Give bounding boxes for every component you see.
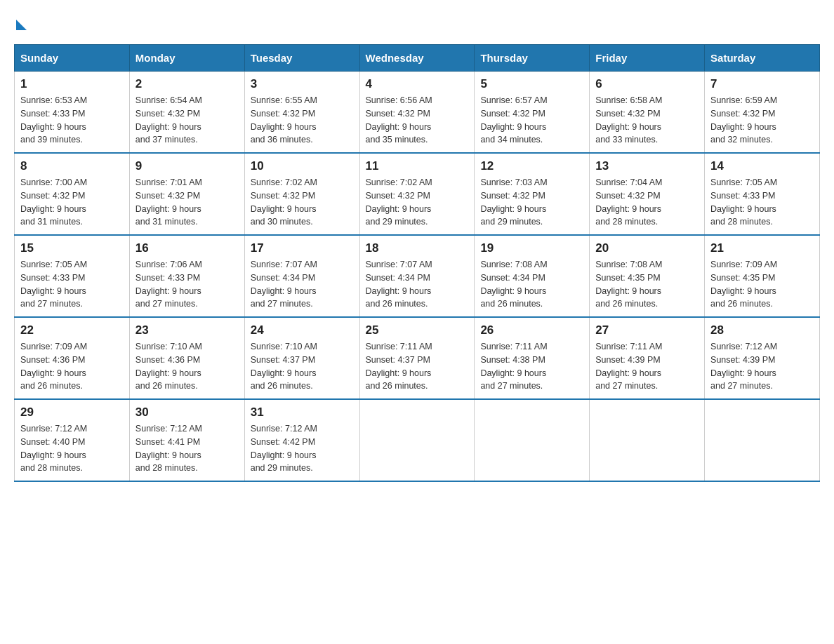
calendar-cell: 29 Sunrise: 7:12 AM Sunset: 4:40 PM Dayl… xyxy=(15,399,130,481)
day-number: 4 xyxy=(366,77,469,91)
calendar-week-row: 29 Sunrise: 7:12 AM Sunset: 4:40 PM Dayl… xyxy=(15,399,820,481)
day-info: Sunrise: 7:12 AM Sunset: 4:41 PM Dayligh… xyxy=(135,422,239,475)
day-number: 26 xyxy=(480,323,583,337)
day-info: Sunrise: 7:12 AM Sunset: 4:42 PM Dayligh… xyxy=(251,422,354,475)
day-number: 11 xyxy=(366,159,469,173)
day-number: 5 xyxy=(480,77,583,91)
calendar-cell: 14 Sunrise: 7:05 AM Sunset: 4:33 PM Dayl… xyxy=(705,153,820,235)
day-info: Sunrise: 7:10 AM Sunset: 4:37 PM Dayligh… xyxy=(251,340,354,393)
day-info: Sunrise: 7:08 AM Sunset: 4:35 PM Dayligh… xyxy=(595,258,699,311)
calendar-header: SundayMondayTuesdayWednesdayThursdayFrid… xyxy=(15,45,820,72)
day-info: Sunrise: 6:55 AM Sunset: 4:32 PM Dayligh… xyxy=(251,94,354,147)
day-number: 20 xyxy=(595,241,699,255)
day-info: Sunrise: 7:03 AM Sunset: 4:32 PM Dayligh… xyxy=(480,176,583,229)
day-info: Sunrise: 7:00 AM Sunset: 4:32 PM Dayligh… xyxy=(20,176,124,229)
day-info: Sunrise: 7:05 AM Sunset: 4:33 PM Dayligh… xyxy=(710,176,814,229)
day-of-week-header: Sunday xyxy=(15,45,130,72)
day-number: 17 xyxy=(251,241,354,255)
day-info: Sunrise: 7:02 AM Sunset: 4:32 PM Dayligh… xyxy=(251,176,354,229)
calendar-cell: 20 Sunrise: 7:08 AM Sunset: 4:35 PM Dayl… xyxy=(590,235,705,317)
page-header xyxy=(14,14,820,30)
calendar-cell: 13 Sunrise: 7:04 AM Sunset: 4:32 PM Dayl… xyxy=(590,153,705,235)
day-number: 9 xyxy=(135,159,239,173)
calendar-cell: 10 Sunrise: 7:02 AM Sunset: 4:32 PM Dayl… xyxy=(244,153,359,235)
day-number: 2 xyxy=(135,77,239,91)
day-number: 25 xyxy=(366,323,469,337)
day-info: Sunrise: 6:57 AM Sunset: 4:32 PM Dayligh… xyxy=(480,94,583,147)
calendar-cell: 23 Sunrise: 7:10 AM Sunset: 4:36 PM Dayl… xyxy=(129,317,244,399)
day-info: Sunrise: 7:01 AM Sunset: 4:32 PM Dayligh… xyxy=(135,176,239,229)
day-number: 13 xyxy=(595,159,699,173)
day-number: 14 xyxy=(710,159,814,173)
day-info: Sunrise: 7:06 AM Sunset: 4:33 PM Dayligh… xyxy=(135,258,239,311)
day-info: Sunrise: 7:02 AM Sunset: 4:32 PM Dayligh… xyxy=(366,176,469,229)
calendar-cell: 16 Sunrise: 7:06 AM Sunset: 4:33 PM Dayl… xyxy=(129,235,244,317)
day-info: Sunrise: 7:11 AM Sunset: 4:38 PM Dayligh… xyxy=(480,340,583,393)
day-number: 31 xyxy=(251,405,354,420)
day-number: 30 xyxy=(135,405,239,420)
calendar-cell: 7 Sunrise: 6:59 AM Sunset: 4:32 PM Dayli… xyxy=(705,72,820,154)
calendar-cell: 19 Sunrise: 7:08 AM Sunset: 4:34 PM Dayl… xyxy=(475,235,590,317)
calendar-cell: 8 Sunrise: 7:00 AM Sunset: 4:32 PM Dayli… xyxy=(15,153,130,235)
calendar-cell: 9 Sunrise: 7:01 AM Sunset: 4:32 PM Dayli… xyxy=(129,153,244,235)
days-of-week-row: SundayMondayTuesdayWednesdayThursdayFrid… xyxy=(15,45,820,72)
day-number: 18 xyxy=(366,241,469,255)
day-info: Sunrise: 7:07 AM Sunset: 4:34 PM Dayligh… xyxy=(366,258,469,311)
calendar-cell: 22 Sunrise: 7:09 AM Sunset: 4:36 PM Dayl… xyxy=(15,317,130,399)
day-number: 6 xyxy=(595,77,699,91)
day-info: Sunrise: 7:09 AM Sunset: 4:36 PM Dayligh… xyxy=(20,340,124,393)
calendar-cell xyxy=(475,399,590,481)
calendar-cell xyxy=(705,399,820,481)
calendar-cell: 31 Sunrise: 7:12 AM Sunset: 4:42 PM Dayl… xyxy=(244,399,359,481)
day-of-week-header: Monday xyxy=(129,45,244,72)
day-info: Sunrise: 7:12 AM Sunset: 4:39 PM Dayligh… xyxy=(710,340,814,393)
day-of-week-header: Wednesday xyxy=(359,45,475,72)
logo xyxy=(14,14,27,30)
calendar-week-row: 22 Sunrise: 7:09 AM Sunset: 4:36 PM Dayl… xyxy=(15,317,820,399)
day-of-week-header: Saturday xyxy=(705,45,820,72)
day-of-week-header: Thursday xyxy=(475,45,590,72)
day-number: 12 xyxy=(480,159,583,173)
calendar-body: 1 Sunrise: 6:53 AM Sunset: 4:33 PM Dayli… xyxy=(15,72,820,482)
calendar-cell: 25 Sunrise: 7:11 AM Sunset: 4:37 PM Dayl… xyxy=(359,317,475,399)
calendar-cell: 1 Sunrise: 6:53 AM Sunset: 4:33 PM Dayli… xyxy=(15,72,130,154)
day-info: Sunrise: 7:04 AM Sunset: 4:32 PM Dayligh… xyxy=(595,176,699,229)
day-number: 29 xyxy=(20,405,124,420)
day-info: Sunrise: 7:09 AM Sunset: 4:35 PM Dayligh… xyxy=(710,258,814,311)
calendar-cell: 17 Sunrise: 7:07 AM Sunset: 4:34 PM Dayl… xyxy=(244,235,359,317)
day-number: 3 xyxy=(251,77,354,91)
day-info: Sunrise: 6:56 AM Sunset: 4:32 PM Dayligh… xyxy=(366,94,469,147)
calendar-week-row: 8 Sunrise: 7:00 AM Sunset: 4:32 PM Dayli… xyxy=(15,153,820,235)
calendar-week-row: 15 Sunrise: 7:05 AM Sunset: 4:33 PM Dayl… xyxy=(15,235,820,317)
day-info: Sunrise: 7:11 AM Sunset: 4:37 PM Dayligh… xyxy=(366,340,469,393)
calendar-cell: 5 Sunrise: 6:57 AM Sunset: 4:32 PM Dayli… xyxy=(475,72,590,154)
day-number: 24 xyxy=(251,323,354,337)
day-number: 15 xyxy=(20,241,124,255)
day-number: 16 xyxy=(135,241,239,255)
day-info: Sunrise: 7:05 AM Sunset: 4:33 PM Dayligh… xyxy=(20,258,124,311)
day-info: Sunrise: 7:07 AM Sunset: 4:34 PM Dayligh… xyxy=(251,258,354,311)
calendar-table: SundayMondayTuesdayWednesdayThursdayFrid… xyxy=(14,44,820,482)
calendar-cell: 24 Sunrise: 7:10 AM Sunset: 4:37 PM Dayl… xyxy=(244,317,359,399)
day-number: 27 xyxy=(595,323,699,337)
calendar-cell: 28 Sunrise: 7:12 AM Sunset: 4:39 PM Dayl… xyxy=(705,317,820,399)
day-number: 8 xyxy=(20,159,124,173)
day-info: Sunrise: 6:58 AM Sunset: 4:32 PM Dayligh… xyxy=(595,94,699,147)
day-info: Sunrise: 7:10 AM Sunset: 4:36 PM Dayligh… xyxy=(135,340,239,393)
day-number: 23 xyxy=(135,323,239,337)
day-info: Sunrise: 6:59 AM Sunset: 4:32 PM Dayligh… xyxy=(710,94,814,147)
calendar-cell: 4 Sunrise: 6:56 AM Sunset: 4:32 PM Dayli… xyxy=(359,72,475,154)
logo-triangle-icon xyxy=(16,20,27,30)
calendar-cell: 21 Sunrise: 7:09 AM Sunset: 4:35 PM Dayl… xyxy=(705,235,820,317)
calendar-cell: 2 Sunrise: 6:54 AM Sunset: 4:32 PM Dayli… xyxy=(129,72,244,154)
calendar-week-row: 1 Sunrise: 6:53 AM Sunset: 4:33 PM Dayli… xyxy=(15,72,820,154)
day-info: Sunrise: 7:12 AM Sunset: 4:40 PM Dayligh… xyxy=(20,422,124,475)
calendar-cell: 30 Sunrise: 7:12 AM Sunset: 4:41 PM Dayl… xyxy=(129,399,244,481)
day-info: Sunrise: 7:08 AM Sunset: 4:34 PM Dayligh… xyxy=(480,258,583,311)
calendar-cell: 18 Sunrise: 7:07 AM Sunset: 4:34 PM Dayl… xyxy=(359,235,475,317)
day-info: Sunrise: 6:53 AM Sunset: 4:33 PM Dayligh… xyxy=(20,94,124,147)
calendar-cell: 3 Sunrise: 6:55 AM Sunset: 4:32 PM Dayli… xyxy=(244,72,359,154)
calendar-cell xyxy=(359,399,475,481)
calendar-cell: 26 Sunrise: 7:11 AM Sunset: 4:38 PM Dayl… xyxy=(475,317,590,399)
day-info: Sunrise: 6:54 AM Sunset: 4:32 PM Dayligh… xyxy=(135,94,239,147)
